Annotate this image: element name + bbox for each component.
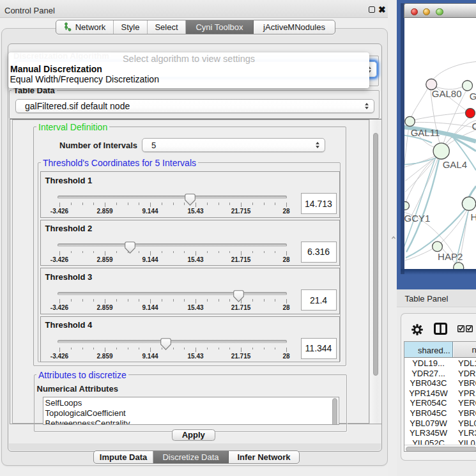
svg-text:GAL11: GAL11 [411, 127, 440, 137]
svg-text:HAP2: HAP2 [438, 250, 463, 261]
svg-text:C: C [472, 120, 476, 131]
svg-text:GAL4: GAL4 [443, 158, 467, 169]
svg-text:GCY1: GCY1 [404, 212, 430, 223]
svg-text:GAL80: GAL80 [432, 88, 462, 99]
svg-text:H: H [471, 211, 476, 222]
svg-text:GA: GA [470, 90, 476, 101]
